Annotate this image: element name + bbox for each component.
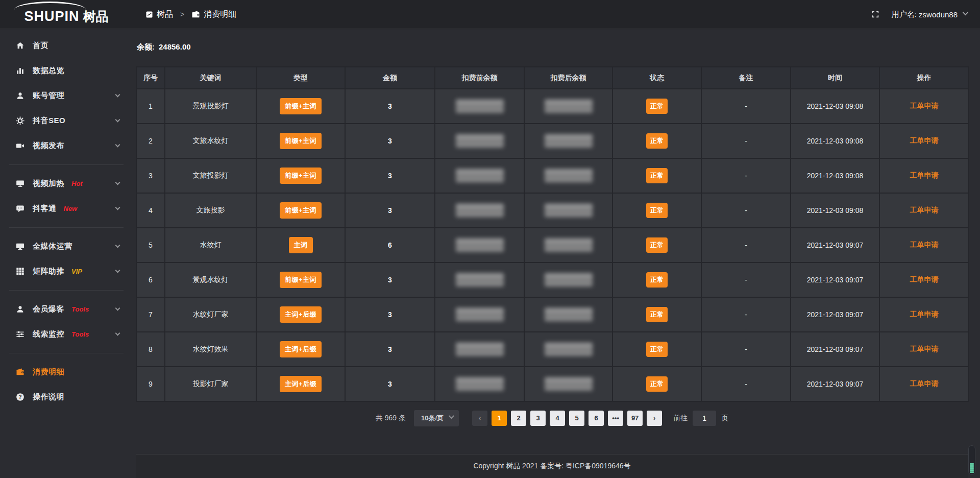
grid-icon xyxy=(15,267,25,276)
goto-page-input[interactable] xyxy=(693,411,716,426)
wallet-icon xyxy=(15,368,25,376)
username-value: zswodun88 xyxy=(919,10,958,19)
logo-text-cn: 树品 xyxy=(83,8,109,25)
breadcrumb-item-current: 消费明细 xyxy=(204,9,236,20)
chevron-down-icon xyxy=(449,413,454,419)
ticket-request-link[interactable]: 工单申请 xyxy=(910,171,939,179)
blurred-balance-after xyxy=(545,204,593,217)
ticket-request-link[interactable]: 工单申请 xyxy=(910,310,939,318)
cell-keyword: 水纹灯效果 xyxy=(165,332,256,367)
ticket-request-link[interactable]: 工单申请 xyxy=(910,136,939,145)
balance-label: 余额: xyxy=(137,42,155,51)
ticket-request-link[interactable]: 工单申请 xyxy=(910,345,939,353)
table-row: 6景观水纹灯前缀+主词3正常-2021-12-03 09:07工单申请 xyxy=(136,262,969,297)
status-badge: 正常 xyxy=(646,203,668,218)
sidebar: 首页数据总览账号管理抖音SEO视频发布视频加热Hot抖客通New全媒体运营矩阵助… xyxy=(0,29,133,478)
sidebar-item-label: 矩阵助推 xyxy=(33,267,64,276)
page-button-4[interactable]: 4 xyxy=(550,411,565,426)
ticket-request-link[interactable]: 工单申请 xyxy=(910,102,939,110)
table-row: 3文旅投影灯前缀+主词3正常-2021-12-03 09:08工单申请 xyxy=(136,158,969,193)
sliders-icon xyxy=(15,330,25,339)
sidebar-item-label: 会员爆客 xyxy=(33,304,64,314)
page-button-5[interactable]: 5 xyxy=(569,411,584,426)
sidebar-item-全媒体运营[interactable]: 全媒体运营 xyxy=(0,234,133,259)
ticket-request-link[interactable]: 工单申请 xyxy=(910,241,939,249)
sidebar-item-视频加热[interactable]: 视频加热Hot xyxy=(0,171,133,196)
sidebar-item-账号管理[interactable]: 账号管理 xyxy=(0,83,133,108)
cell-action: 工单申请 xyxy=(879,332,969,367)
ticket-request-link[interactable]: 工单申请 xyxy=(910,275,939,283)
sidebar-item-矩阵助推[interactable]: 矩阵助推VIP xyxy=(0,259,133,284)
prev-page-button[interactable]: ‹ xyxy=(472,411,487,426)
sidebar-item-抖客通[interactable]: 抖客通New xyxy=(0,196,133,221)
sidebar-item-label: 全媒体运营 xyxy=(33,242,72,251)
sidebar-divider xyxy=(9,164,124,165)
blurred-balance-after xyxy=(545,308,593,321)
cell-index: 2 xyxy=(136,124,165,158)
cell-keyword: 文旅水纹灯 xyxy=(165,124,256,158)
sidebar-item-会员爆客[interactable]: 会员爆客Tools xyxy=(0,297,133,322)
cell-amount: 3 xyxy=(345,124,435,158)
page-button-1[interactable]: 1 xyxy=(492,411,507,426)
cell-action: 工单申请 xyxy=(879,228,969,262)
sidebar-item-抖音SEO[interactable]: 抖音SEO xyxy=(0,108,133,133)
sidebar-item-badge: VIP xyxy=(71,268,82,275)
page-button-3[interactable]: 3 xyxy=(530,411,546,426)
cell-balance-before xyxy=(435,89,524,124)
corner-scroll-widget[interactable] xyxy=(968,445,975,475)
sidebar-item-label: 首页 xyxy=(33,41,48,51)
cell-balance-before xyxy=(435,262,524,297)
chart-icon xyxy=(15,66,25,75)
cell-balance-after xyxy=(524,332,612,367)
breadcrumb-item-home[interactable]: 树品 xyxy=(157,9,173,20)
cell-type: 前缀+主词 xyxy=(256,89,345,124)
table-row: 2文旅水纹灯前缀+主词3正常-2021-12-03 09:08工单申请 xyxy=(136,124,969,158)
monitor-icon xyxy=(15,242,25,251)
breadcrumb: 树品 > 消费明细 xyxy=(145,9,236,20)
user-icon xyxy=(15,305,25,314)
blurred-balance-after xyxy=(545,100,593,113)
sidebar-item-消费明细[interactable]: 消费明细 xyxy=(0,360,133,385)
next-page-button[interactable]: › xyxy=(647,411,662,426)
page-button-6[interactable]: 6 xyxy=(589,411,604,426)
sidebar-item-视频发布[interactable]: 视频发布 xyxy=(0,133,133,158)
cell-balance-after xyxy=(524,228,612,262)
page-button-97[interactable]: 97 xyxy=(627,411,643,426)
video-icon xyxy=(15,141,25,150)
page-button-2[interactable]: 2 xyxy=(511,411,526,426)
sidebar-item-数据总览[interactable]: 数据总览 xyxy=(0,58,133,83)
page-button-•••[interactable]: ••• xyxy=(608,411,623,426)
cell-action: 工单申请 xyxy=(879,193,969,228)
cell-index: 4 xyxy=(136,193,165,228)
chevron-down-icon xyxy=(115,306,120,311)
sidebar-item-label: 数据总览 xyxy=(33,66,64,76)
blurred-balance-after xyxy=(545,377,593,391)
sidebar-item-操作说明[interactable]: ?操作说明 xyxy=(0,385,133,410)
breadcrumb-separator: > xyxy=(180,10,184,18)
status-badge: 正常 xyxy=(646,307,668,322)
cell-index: 5 xyxy=(136,228,165,262)
table-row: 4文旅投影前缀+主词3正常-2021-12-03 09:08工单申请 xyxy=(136,193,969,228)
goto-label: 前往 xyxy=(673,414,688,423)
status-badge: 正常 xyxy=(646,237,668,253)
cell-note: - xyxy=(701,228,791,262)
sidebar-item-线索监控[interactable]: 线索监控Tools xyxy=(0,322,133,347)
balance: 余额:24856.00 xyxy=(137,42,968,52)
fullscreen-icon[interactable] xyxy=(871,10,879,18)
cell-balance-after xyxy=(524,297,612,332)
cell-note: - xyxy=(701,297,791,332)
table-row: 8水纹灯效果主词+后缀3正常-2021-12-03 09:07工单申请 xyxy=(136,332,969,367)
ticket-request-link[interactable]: 工单申请 xyxy=(910,206,939,214)
ticket-request-link[interactable]: 工单申请 xyxy=(910,379,939,388)
type-badge: 前缀+主词 xyxy=(280,133,322,149)
cell-amount: 3 xyxy=(345,297,435,332)
page-size-select[interactable]: 10条/页 xyxy=(414,410,459,426)
cell-balance-before xyxy=(435,367,524,401)
sidebar-item-首页[interactable]: 首页 xyxy=(0,33,133,58)
main-content: 余额:24856.00 序号关键词类型金额扣费前余额扣费后余额状态备注时间操作 … xyxy=(133,29,980,478)
type-badge: 主词+后缀 xyxy=(280,306,322,323)
logo-arc xyxy=(14,2,86,10)
user-menu[interactable]: 用户名: zswodun88 xyxy=(892,10,967,19)
consumption-table: 序号关键词类型金额扣费前余额扣费后余额状态备注时间操作 1景观投影灯前缀+主词3… xyxy=(136,66,969,402)
cell-note: - xyxy=(701,367,791,401)
